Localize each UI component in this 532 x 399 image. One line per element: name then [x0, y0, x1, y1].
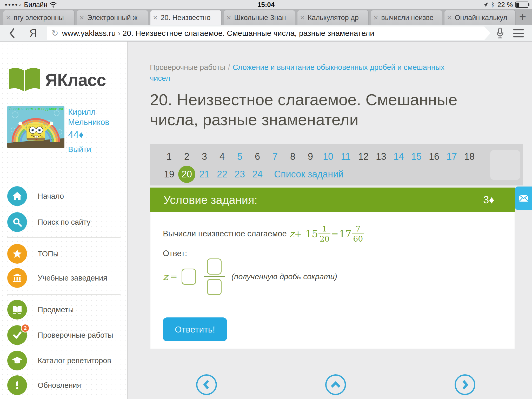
answer-denominator-input[interactable] — [207, 279, 222, 295]
next-task-button[interactable] — [455, 374, 475, 395]
task-condition: Вычисли неизвестное слагаемое z + 15 1 2… — [163, 220, 364, 248]
pager-item[interactable]: 10 — [319, 148, 337, 165]
close-icon[interactable]: × — [374, 13, 378, 22]
microphone-icon[interactable] — [496, 27, 504, 39]
answer-whole-input[interactable] — [182, 269, 196, 285]
pager-item[interactable]: 3 — [196, 148, 213, 165]
new-tab-button[interactable]: + — [517, 9, 528, 25]
close-icon[interactable]: × — [300, 13, 305, 22]
tab-title: Онлайн калькул — [455, 14, 507, 22]
pager-item[interactable]: 13 — [372, 148, 390, 165]
close-icon[interactable]: × — [6, 13, 11, 22]
yandex-browser-logo[interactable]: Я — [27, 25, 39, 41]
pager-item[interactable]: 15 — [408, 148, 425, 165]
pager-item[interactable]: 6 — [249, 148, 266, 165]
clock: 15:04 — [0, 0, 532, 9]
graduation-cap-icon — [11, 355, 23, 366]
back-button[interactable] — [7, 25, 18, 41]
tab-title: пгу электронны — [14, 14, 64, 22]
answer-variable: z — [163, 271, 168, 282]
chevron-up-icon — [330, 380, 342, 390]
book-icon — [7, 67, 42, 93]
browser-tab-4[interactable]: × Школьные Знан — [224, 10, 295, 25]
sidebar-divider — [7, 294, 121, 295]
url-host: www.yaklass.ru — [62, 29, 116, 37]
logout-link[interactable]: Выйти — [68, 145, 91, 154]
submit-answer-button[interactable]: Ответить! — [163, 317, 227, 341]
user-name[interactable]: Кирилл Мельников — [68, 107, 124, 127]
browser-tab-3-active[interactable]: × 20. Неизвестно — [150, 10, 222, 25]
close-icon[interactable]: × — [153, 13, 158, 22]
sidebar-item-search[interactable]: Поиск по сайту — [7, 212, 122, 232]
pager-item[interactable]: 18 — [461, 148, 478, 165]
sidebar-item-tops[interactable]: ТОПы — [7, 244, 122, 264]
answer-fraction — [204, 258, 225, 295]
sidebar-item-label: Учебные заведения — [38, 274, 107, 282]
pager-item[interactable]: 21 — [196, 166, 213, 183]
reload-icon[interactable]: ↻ — [51, 28, 58, 38]
pager-item[interactable]: 19 — [160, 166, 178, 183]
sidebar-item-tests[interactable]: 2 Проверочные работы — [7, 325, 122, 345]
scroll-top-button[interactable] — [325, 374, 346, 395]
sidebar-item-home[interactable]: Начало — [7, 186, 122, 206]
avatar-caption: Счастья всем кто подпишется — [9, 107, 63, 111]
pager-item[interactable]: 16 — [425, 148, 443, 165]
close-icon[interactable]: × — [447, 13, 452, 22]
pager-item[interactable]: 4 — [213, 148, 231, 165]
tab-bar: × пгу электронны × Электронный ж × 20. Н… — [0, 9, 532, 25]
pager-item[interactable]: 1 — [160, 148, 178, 165]
pager-item[interactable]: 22 — [213, 166, 231, 183]
pager-item[interactable]: 23 — [231, 166, 249, 183]
url-page-title: 20. Неизвестное слагаемое. Смешанные чис… — [123, 29, 375, 37]
answer-hint: (полученную дробь сократи) — [231, 272, 337, 281]
pager-item[interactable]: 17 — [443, 148, 461, 165]
pager-item[interactable]: 11 — [337, 148, 355, 165]
notification-badge: 2 — [21, 324, 30, 332]
pager-item[interactable]: 24 — [249, 166, 266, 183]
pager-item[interactable]: 14 — [390, 148, 408, 165]
close-icon[interactable]: × — [227, 13, 231, 22]
browser-tab-7[interactable]: × Онлайн калькул — [444, 10, 516, 25]
logo-text: ЯКласс — [45, 70, 106, 90]
tab-title: 20. Неизвестно — [161, 14, 211, 22]
breadcrumb-section[interactable]: Проверочные работы — [150, 63, 225, 71]
feedback-envelope-button[interactable] — [515, 187, 532, 210]
browser-tab-2[interactable]: × Электронный ж — [77, 10, 148, 25]
home-icon — [11, 190, 23, 202]
sidebar-item-tutors[interactable]: Каталог репетиторов — [7, 351, 122, 370]
battery-icon — [515, 2, 528, 8]
sidebar-item-updates[interactable]: Обновления — [7, 375, 122, 395]
pager-item[interactable]: 2 — [178, 148, 196, 165]
sidebar-item-subjects[interactable]: Предметы — [7, 300, 122, 320]
sidebar-item-schools[interactable]: Учебные заведения — [7, 268, 122, 288]
checkmark-icon — [11, 329, 23, 341]
sidebar-item-label: ТОПы — [38, 250, 59, 258]
prev-task-button[interactable] — [196, 374, 217, 395]
pager-item-current[interactable]: 20 — [178, 166, 195, 183]
url-separator: › — [116, 29, 123, 37]
exercise-pager: 1 2 3 4 5 6 7 8 9 10 11 12 13 14 15 16 1… — [150, 144, 523, 185]
task-header-label: Условие задания: — [163, 194, 483, 207]
task-points: 3♦ — [483, 194, 494, 206]
avatar[interactable]: Счастья всем кто подпишется — [7, 106, 64, 148]
user-points[interactable]: 44♦ — [68, 129, 84, 140]
formula-plus: + — [294, 229, 302, 239]
browser-tab-1[interactable]: × пгу электронны — [3, 10, 75, 25]
task-list-link[interactable]: Список заданий — [274, 169, 343, 180]
browser-tab-6[interactable]: × вычисли неизве — [371, 10, 442, 25]
pager-item[interactable]: 9 — [302, 148, 319, 165]
url-field[interactable]: ↻ www.yaklass.ru›20. Неизвестное слагаем… — [47, 26, 484, 40]
close-icon[interactable]: × — [79, 13, 84, 22]
chevron-right-icon — [460, 379, 470, 391]
browser-tab-5[interactable]: × Калькулятор др — [297, 10, 369, 25]
yaklass-logo[interactable]: ЯКласс — [7, 67, 122, 93]
pager-item[interactable]: 8 — [284, 148, 302, 165]
answer-numerator-input[interactable] — [207, 258, 222, 275]
pager-item[interactable]: 5 — [231, 148, 249, 165]
browser-menu-icon[interactable] — [513, 29, 524, 37]
pager-item[interactable]: 7 — [266, 148, 284, 165]
pager-item[interactable]: 12 — [355, 148, 372, 165]
status-bar: ●●●●○ Билайн 15:04 ᛒ 22 % — [0, 0, 532, 9]
url-field-tip — [484, 26, 490, 40]
formula-fraction-2: 7 60 — [352, 224, 364, 244]
